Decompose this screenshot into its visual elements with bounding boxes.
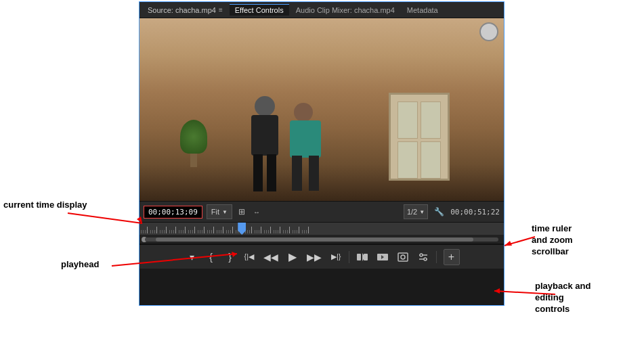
video-frame	[139, 18, 504, 201]
zoom-track[interactable]	[145, 237, 498, 242]
quality-dropdown[interactable]: 1/2 ▼	[404, 204, 428, 219]
zoom-scrollbar[interactable]	[139, 235, 504, 244]
insert-button[interactable]	[353, 248, 371, 266]
in-point-button[interactable]: {	[202, 248, 219, 266]
annotation-current-time: current time display	[3, 200, 87, 211]
export-frame-button[interactable]	[394, 248, 412, 266]
tab-audio-clip-mixer[interactable]: Audio Clip Mixer: chacha.mp4	[291, 5, 400, 16]
tab-effect-controls[interactable]: Effect Controls	[230, 4, 289, 16]
svg-point-10	[424, 258, 427, 260]
svg-line-11	[68, 213, 142, 223]
svg-rect-5	[398, 253, 408, 261]
quality-dropdown-arrow: ▼	[419, 209, 425, 215]
svg-line-13	[505, 237, 535, 246]
tab-metadata[interactable]: Metadata	[402, 5, 444, 16]
settings2-button[interactable]	[414, 248, 432, 266]
svg-rect-0	[357, 254, 361, 260]
go-to-out-button[interactable]: ▶|}	[328, 248, 345, 266]
play-button[interactable]: ▶	[284, 248, 301, 266]
output-button[interactable]: ↔	[251, 207, 262, 217]
svg-point-9	[420, 254, 423, 256]
fit-dropdown-arrow: ▼	[222, 209, 228, 215]
source-tab-label: Source: chacha.mp4	[148, 6, 216, 14]
step-back-button[interactable]: ◀◀	[260, 248, 282, 266]
source-monitor-panel: Source: chacha.mp4 ≡ Effect Controls Aud…	[139, 1, 505, 306]
source-tab-menu-icon[interactable]: ≡	[219, 6, 223, 14]
overwrite-button[interactable]	[374, 248, 391, 266]
svg-point-6	[401, 255, 405, 259]
marker-button[interactable]: ▾	[184, 248, 200, 266]
go-to-in-button[interactable]: {|◀	[240, 248, 257, 266]
wall-clock	[479, 22, 498, 41]
ruler-ticks	[139, 223, 504, 235]
tab-bar: Source: chacha.mp4 ≡ Effect Controls Aud…	[139, 2, 504, 18]
svg-marker-14	[505, 241, 512, 246]
separator-2	[436, 251, 437, 263]
timeline-ruler[interactable]	[139, 223, 504, 235]
safe-margins-button[interactable]: ⊞	[236, 206, 247, 218]
metadata-label: Metadata	[407, 6, 438, 14]
tab-source[interactable]: Source: chacha.mp4 ≡	[142, 5, 228, 16]
separator-1	[349, 251, 349, 263]
end-time-display: 00;00;51;22	[450, 208, 500, 217]
current-time-display[interactable]: 00;00;13;09	[144, 206, 202, 219]
annotation-playback-controls: playback andeditingcontrols	[535, 281, 591, 315]
playback-controls: ▾ { } {|◀ ◀◀ ▶ ▶▶ ▶|} +	[139, 244, 504, 269]
step-forward-button[interactable]: ▶▶	[303, 248, 325, 266]
annotation-time-ruler: time rulerand zoomscrollbar	[532, 223, 573, 258]
fit-dropdown[interactable]: Fit ▼	[207, 204, 232, 219]
effect-controls-label: Effect Controls	[235, 6, 284, 14]
video-preview	[139, 18, 504, 201]
add-button[interactable]: +	[444, 249, 460, 265]
audio-clip-mixer-label: Audio Clip Mixer: chacha.mp4	[296, 6, 395, 14]
annotation-playhead: playhead	[61, 259, 99, 271]
zoom-thumb[interactable]	[156, 237, 474, 242]
out-point-button[interactable]: }	[221, 248, 238, 266]
settings-button[interactable]: 🔧	[432, 206, 446, 218]
controls-bar: 00;00;13;09 Fit ▼ ⊞ ↔ 1/2 ▼ 🔧 00;00;51;2…	[139, 201, 504, 223]
